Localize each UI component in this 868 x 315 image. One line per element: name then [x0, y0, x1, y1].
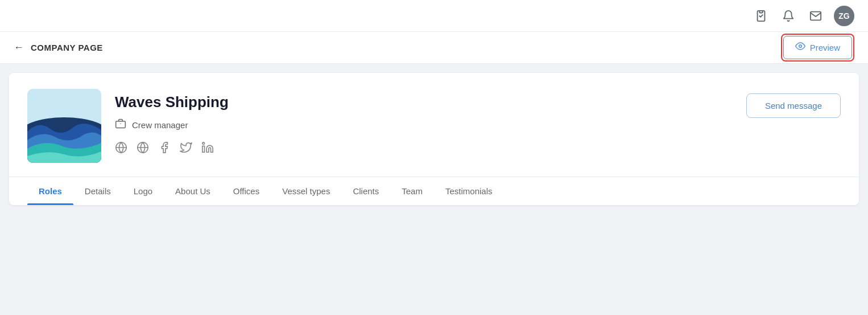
svg-point-1 — [799, 45, 801, 48]
topbar: ZG — [0, 0, 868, 32]
company-logo — [27, 89, 101, 163]
tasks-icon[interactable] — [752, 7, 770, 25]
page-title: COMPANY PAGE — [31, 43, 103, 52]
page-header: ← COMPANY PAGE Preview — [0, 32, 868, 64]
preview-label: Preview — [810, 43, 840, 52]
website-icon-1[interactable] — [115, 141, 127, 157]
tab-offices[interactable]: Offices — [222, 177, 271, 205]
company-info-section: Waves Shipping Crew manager — [27, 89, 841, 177]
tab-team[interactable]: Team — [390, 177, 434, 205]
send-message-button[interactable]: Send message — [746, 93, 841, 118]
twitter-icon[interactable] — [180, 141, 192, 157]
tab-vessel-types[interactable]: Vessel types — [271, 177, 341, 205]
svg-rect-0 — [759, 10, 763, 13]
linkedin-icon[interactable] — [201, 141, 214, 157]
tab-logo[interactable]: Logo — [122, 177, 164, 205]
svg-rect-5 — [116, 121, 126, 128]
tab-testimonials[interactable]: Testimonials — [434, 177, 504, 205]
website-icon-2[interactable] — [137, 141, 149, 157]
facebook-icon[interactable] — [158, 141, 171, 157]
company-role: Crew manager — [115, 118, 229, 132]
company-details: Waves Shipping Crew manager — [115, 89, 229, 157]
back-button[interactable]: ← — [14, 42, 24, 54]
company-info-left: Waves Shipping Crew manager — [27, 89, 229, 163]
messages-icon[interactable] — [807, 7, 825, 25]
company-nav-tabs: Roles Details Logo About Us Offices Vess… — [9, 177, 859, 205]
tab-about-us[interactable]: About Us — [164, 177, 222, 205]
svg-rect-11 — [202, 146, 205, 152]
company-name: Waves Shipping — [115, 93, 229, 111]
company-role-label: Crew manager — [132, 120, 188, 130]
company-card: Waves Shipping Crew manager — [9, 73, 859, 205]
tab-roles[interactable]: Roles — [27, 177, 73, 205]
preview-button[interactable]: Preview — [783, 36, 852, 59]
user-avatar[interactable]: ZG — [834, 6, 854, 26]
notifications-icon[interactable] — [779, 7, 797, 25]
eye-icon — [795, 41, 805, 54]
svg-point-12 — [202, 142, 205, 145]
social-links — [115, 141, 229, 157]
briefcase-icon — [115, 118, 126, 132]
tab-details[interactable]: Details — [73, 177, 122, 205]
preview-button-wrapper: Preview — [781, 34, 854, 62]
tab-clients[interactable]: Clients — [341, 177, 390, 205]
